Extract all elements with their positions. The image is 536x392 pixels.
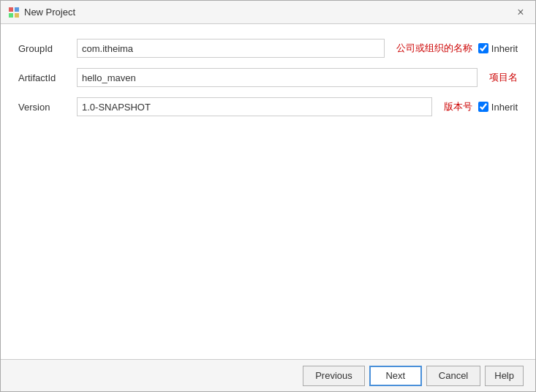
artifactid-annotation: 项目名 bbox=[489, 71, 518, 84]
version-annotation: 版本号 bbox=[444, 100, 472, 113]
groupid-annotation: 公司或组织的名称 bbox=[396, 42, 472, 55]
version-row: Version 版本号 Inherit bbox=[18, 97, 518, 116]
version-input-wrap: 版本号 bbox=[77, 97, 472, 116]
title-bar-left: New Project bbox=[8, 7, 75, 18]
svg-rect-2 bbox=[9, 13, 13, 18]
svg-rect-3 bbox=[15, 13, 19, 18]
artifactid-label: ArtifactId bbox=[18, 72, 77, 83]
version-inherit-checkbox[interactable] bbox=[478, 102, 488, 112]
artifactid-input-wrap: 项目名 bbox=[77, 68, 518, 87]
cancel-button[interactable]: Cancel bbox=[426, 366, 480, 386]
new-project-dialog: New Project × GroupId 公司或组织的名称 Inherit A… bbox=[0, 0, 536, 392]
groupid-inherit-checkbox[interactable] bbox=[478, 43, 488, 53]
version-inherit-label: Inherit bbox=[491, 102, 518, 113]
version-inherit-wrap: Inherit bbox=[478, 102, 518, 113]
svg-rect-0 bbox=[9, 7, 13, 12]
dialog-footer: Previous Next Cancel Help bbox=[1, 359, 535, 391]
help-button[interactable]: Help bbox=[485, 366, 524, 386]
svg-rect-1 bbox=[15, 7, 19, 12]
artifactid-input[interactable] bbox=[77, 68, 478, 87]
groupid-row: GroupId 公司或组织的名称 Inherit bbox=[18, 39, 518, 58]
app-icon bbox=[8, 7, 20, 18]
groupid-input-wrap: 公司或组织的名称 bbox=[77, 39, 472, 58]
groupid-inherit-label: Inherit bbox=[491, 43, 518, 54]
next-button[interactable]: Next bbox=[369, 366, 422, 386]
groupid-inherit-wrap: Inherit bbox=[478, 43, 518, 54]
groupid-label: GroupId bbox=[18, 43, 77, 54]
close-button[interactable]: × bbox=[513, 5, 528, 20]
artifactid-row: ArtifactId 项目名 bbox=[18, 68, 518, 87]
dialog-title: New Project bbox=[24, 7, 75, 18]
form-content: GroupId 公司或组织的名称 Inherit ArtifactId 项目名 … bbox=[1, 24, 535, 359]
title-bar: New Project × bbox=[1, 1, 535, 24]
previous-button[interactable]: Previous bbox=[303, 366, 365, 386]
version-input[interactable] bbox=[77, 97, 432, 116]
version-label: Version bbox=[18, 102, 77, 113]
groupid-input[interactable] bbox=[77, 39, 385, 58]
